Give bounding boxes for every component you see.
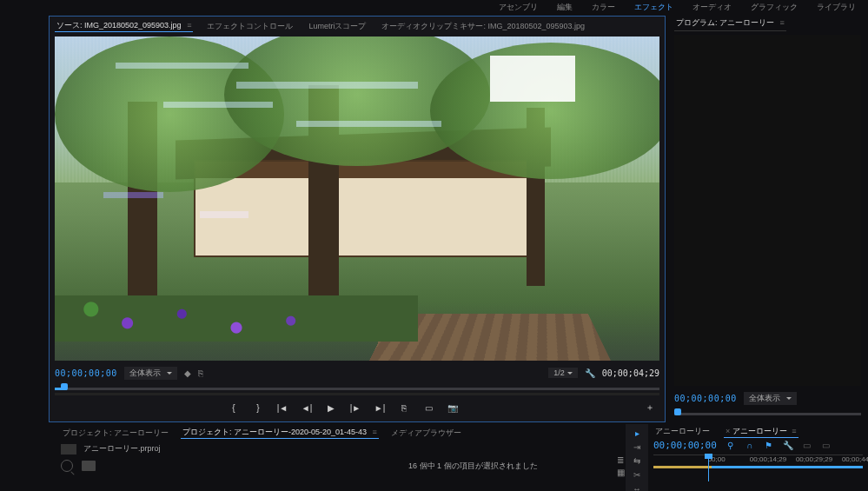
button-editor[interactable]: ＋ [644,401,656,414]
ws-assembly[interactable]: アセンブリ [499,2,538,14]
caption-toggle[interactable]: ▭ [802,441,812,450]
mark-in-button[interactable]: { [228,401,240,414]
program-preview[interactable] [674,35,861,386]
play-button[interactable]: ▶ [325,401,337,414]
go-to-in-button[interactable]: |◄ [276,401,288,414]
source-scrubber[interactable] [55,383,659,395]
caption-toggle-2[interactable]: ▭ [821,441,832,450]
tab-audio-clip-mixer[interactable]: オーディオクリップミキサー: IMG_20180502_095903.jpg [380,21,586,32]
transport-controls: { } |◄ ◄| ▶ |► ►| ⎘ ▭ 📷 ＋ [55,397,659,418]
tab-lumetri-scopes[interactable]: Lumetriスコープ [307,21,368,32]
timeline-tab-1[interactable]: アニーローリー [653,426,712,438]
linked-selection-toggle[interactable]: ∩ [745,441,755,450]
source-preview[interactable] [55,36,659,361]
ws-color[interactable]: カラー [592,2,615,14]
track-select-tool[interactable]: ⇥ [630,441,644,452]
add-marker-button[interactable]: ⚑ [764,441,774,450]
selection-status: 16 個中 1 個の項目が選択されました [408,461,538,472]
program-monitor: プログラム: アニーローリー ≡ 00;00;00;00 全体表示 [666,14,868,422]
source-timebar: 00;00;00;00 全体表示 ◆ ⎘ 1/2 🔧 00;00;04;29 [55,364,659,382]
program-scrubber[interactable] [674,408,861,421]
ripple-edit-tool[interactable]: ⇆ [630,455,644,466]
settings-icon[interactable]: 🔧 [585,368,595,378]
timeline-settings-icon[interactable]: 🔧 [783,441,793,450]
project-file-row[interactable]: アニーローリー.prproj [61,443,620,455]
tool-palette: ▸ ⇥ ⇆ ✂ ↔ [626,424,648,491]
tab-program[interactable]: プログラム: アニーローリー ≡ [674,17,786,31]
timeline-tab-2[interactable]: × アニーローリー ≡ [724,426,798,438]
source-duration: 00;00;04;29 [602,368,659,378]
close-icon[interactable]: ≡ [373,428,377,436]
ruler-tick: 00;00;44;28 [842,455,868,463]
ws-graphics[interactable]: グラフィック [751,2,798,14]
source-tabs: ソース: IMG_20180502_095903.jpg ≡ エフェクトコントロ… [55,19,659,33]
close-icon[interactable]: ≡ [187,21,191,30]
ws-effects[interactable]: エフェクト [634,2,673,14]
ws-audio[interactable]: オーディオ [692,2,732,14]
tab-project-1[interactable]: プロジェクト: アニーローリー [61,428,170,439]
program-zoom-dropdown[interactable]: 全体表示 [744,392,797,405]
tab-program-label: プログラム: アニーローリー [676,18,774,27]
overwrite-button[interactable]: ▭ [422,401,434,414]
icon-view-icon[interactable]: ▦ [617,468,625,477]
source-monitor: ソース: IMG_20180502_095903.jpg ≡ エフェクトコントロ… [49,16,666,422]
ws-edit[interactable]: 編集 [557,2,573,14]
playhead[interactable] [708,455,709,481]
export-frame-button[interactable]: 📷 [447,401,459,414]
tab-project-2[interactable]: プロジェクト: アニーローリー-2020-05-20_01-45-43 ≡ [181,427,379,439]
selection-tool[interactable]: ▸ [630,428,644,438]
bracket-icon[interactable]: ⎘ [198,368,203,378]
tab-source[interactable]: ソース: IMG_20180502_095903.jpg ≡ [55,20,193,32]
search-icon[interactable] [61,460,73,472]
insert-button[interactable]: ⎘ [398,401,410,414]
tab-effect-controls[interactable]: エフェクトコントロール [205,21,295,32]
tab-project-2-label: プロジェクト: アニーローリー-2020-05-20_01-45-43 [182,428,367,436]
playback-res-dropdown[interactable]: 1/2 [548,368,578,378]
ruler-tick: 00;00;29;29 [796,455,832,463]
step-back-button[interactable]: ◄| [301,401,313,414]
close-icon[interactable]: ≡ [792,427,796,435]
slip-tool[interactable]: ↔ [630,483,644,491]
list-view-icon[interactable]: ≣ [617,455,625,465]
timeline-tab-2-label: アニーローリー [732,427,787,435]
mark-out-button[interactable]: } [252,401,264,414]
timeline-ruler[interactable]: 00;00 00;00;14;29 00;00;29;29 00;00;44;2… [653,455,863,468]
go-to-out-button[interactable]: ►| [374,401,386,414]
close-icon[interactable]: ≡ [780,18,785,27]
timeline-timecode[interactable]: 00;00;00;00 [653,440,717,451]
marker-icon[interactable]: ◆ [184,368,191,378]
ws-library[interactable]: ライブラリ [817,2,856,14]
step-fwd-button[interactable]: |► [349,401,361,414]
tab-source-label: ソース: IMG_20180502_095903.jpg [56,21,182,30]
program-timecode[interactable]: 00;00;00;00 [674,394,737,403]
workspace-bar: アセンブリ 編集 カラー エフェクト オーディオ グラフィック ライブラリ [0,0,868,14]
new-bin-icon[interactable] [82,461,96,471]
zoom-dropdown[interactable]: 全体表示 [124,367,177,380]
tab-media-browser[interactable]: メディアブラウザー [389,428,463,439]
source-timecode[interactable]: 00;00;00;00 [55,368,117,378]
project-thumb-icon [61,444,76,455]
timeline-panel: アニーローリー × アニーローリー ≡ 00;00;00;00 ⚲ ∩ ⚑ 🔧 … [648,424,868,491]
ruler-tick: 00;00;14;29 [750,455,786,463]
snap-toggle[interactable]: ⚲ [726,441,736,450]
project-tabs: プロジェクト: アニーローリー プロジェクト: アニーローリー-2020-05-… [61,426,620,440]
project-filename: アニーローリー.prproj [83,443,161,455]
razor-tool[interactable]: ✂ [630,469,644,480]
project-panel: プロジェクト: アニーローリー プロジェクト: アニーローリー-2020-05-… [0,424,626,491]
